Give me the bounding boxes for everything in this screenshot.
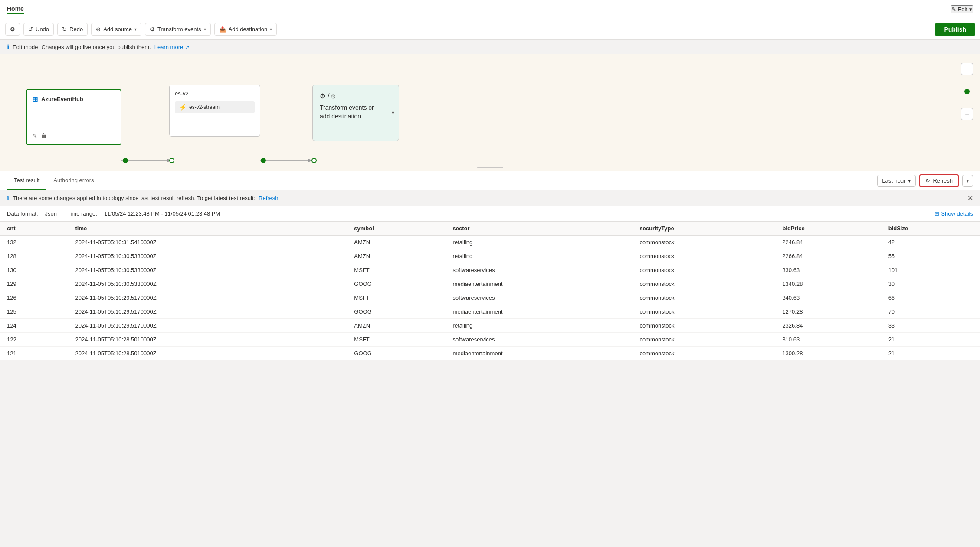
table-cell-bidPrice: 1300.28: [775, 347, 881, 360]
connector-lines: [0, 54, 980, 171]
last-hour-label: Last hour: [882, 177, 905, 184]
table-cell-bidPrice: 1340.28: [775, 277, 881, 291]
add-source-button[interactable]: ⊕ Add source ▾: [91, 23, 141, 36]
connector-dot-es-in: [169, 158, 174, 163]
table-cell-symbol: GOOG: [347, 277, 446, 291]
table-cell-symbol: AMZN: [347, 249, 446, 263]
time-range-value: 11/05/24 12:23:48 PM - 11/05/24 01:23:48…: [104, 210, 220, 217]
connector-dot-azure-out: [123, 158, 128, 163]
table-cell-cnt: 126: [0, 291, 68, 305]
last-hour-chevron-icon: ▾: [908, 177, 911, 184]
transform-node-chevron-icon: ▾: [392, 110, 394, 116]
table-cell-sector: mediaentertainment: [446, 277, 633, 291]
table-cell-symbol: GOOG: [347, 347, 446, 360]
table-cell-time: 2024-11-05T05:10:28.5010000Z: [68, 347, 347, 360]
edit-mode-banner: ℹ Edit mode Changes will go live once yo…: [0, 40, 980, 54]
edit-button[interactable]: ✎ Edit ▾: [951, 5, 973, 13]
table-cell-bidSize: 30: [882, 277, 980, 291]
table-cell-symbol: GOOG: [347, 305, 446, 319]
table-cell-sector: mediaentertainment: [446, 347, 633, 360]
learn-more-label: Learn more: [154, 44, 183, 50]
transform-events-button[interactable]: ⚙ Transform events ▾: [145, 23, 211, 36]
learn-more-link[interactable]: Learn more ↗: [154, 44, 190, 50]
add-destination-button[interactable]: 📤 Add destination ▾: [214, 23, 277, 36]
settings-icon: ⚙: [10, 26, 15, 33]
settings-button[interactable]: ⚙: [5, 23, 20, 36]
info-bar-message: There are some changes applied in topolo…: [13, 195, 255, 201]
transform-destination-node[interactable]: ⚙ / ⎋ Transform events oradd destination…: [312, 85, 399, 141]
table-cell-securityType: commonstock: [633, 263, 775, 277]
table-cell-securityType: commonstock: [633, 291, 775, 305]
connector-dot-es-out: [261, 158, 266, 163]
table-cell-symbol: MSFT: [347, 263, 446, 277]
app-title: Home: [7, 5, 24, 14]
table-header: cnt time symbol sector securityType bidP…: [0, 222, 980, 236]
table-cell-time: 2024-11-05T05:10:29.5170000Z: [68, 305, 347, 319]
table-cell-sector: mediaentertainment: [446, 305, 633, 319]
data-format-value: Json: [45, 210, 57, 217]
expand-button[interactable]: ▾: [962, 175, 973, 187]
add-source-icon: ⊕: [96, 26, 101, 33]
edit-label: Edit: [958, 6, 967, 13]
table-cell-bidSize: 55: [882, 249, 980, 263]
time-range-label: Time range:: [67, 210, 97, 217]
zoom-out-button[interactable]: −: [961, 108, 973, 120]
table-cell-bidSize: 21: [882, 347, 980, 360]
top-bar: Home ✎ Edit ▾: [0, 0, 980, 19]
table-row: 1222024-11-05T05:10:28.5010000ZMSFTsoftw…: [0, 333, 980, 347]
info-icon: ℹ: [7, 43, 9, 50]
export-icon: ⎋: [331, 92, 335, 100]
table-cell-securityType: commonstock: [633, 249, 775, 263]
data-meta-row: Data format: Json Time range: 11/05/24 1…: [0, 206, 980, 222]
edit-node-icon[interactable]: ✎: [32, 132, 37, 139]
col-header-bidprice: bidPrice: [775, 222, 881, 236]
redo-label: Redo: [69, 26, 83, 33]
table-cell-bidSize: 101: [882, 263, 980, 277]
table-row: 1242024-11-05T05:10:29.5170000ZAMZNretai…: [0, 319, 980, 333]
table-cell-securityType: commonstock: [633, 236, 775, 249]
table-cell-securityType: commonstock: [633, 333, 775, 347]
col-header-cnt: cnt: [0, 222, 68, 236]
table-cell-sector: retailing: [446, 236, 633, 249]
edit-pencil-icon: ✎: [951, 6, 956, 13]
undo-button[interactable]: ↺ Undo: [23, 23, 54, 36]
table-cell-bidSize: 33: [882, 319, 980, 333]
zoom-in-button[interactable]: +: [961, 63, 973, 75]
canvas: ⊞ AzureEventHub ✎ 🗑 es-v2 ⚡ es-v2-stream…: [0, 54, 980, 171]
stream-label: es-v2-stream: [189, 104, 220, 110]
table-cell-bidPrice: 330.63: [775, 263, 881, 277]
add-destination-chevron-icon: ▾: [270, 27, 272, 32]
transform-node-text: Transform events oradd destination: [320, 104, 392, 121]
last-hour-dropdown[interactable]: Last hour ▾: [877, 175, 916, 187]
table-cell-bidSize: 42: [882, 236, 980, 249]
table-cell-cnt: 122: [0, 333, 68, 347]
zoom-slider-track: [967, 79, 967, 105]
refresh-button[interactable]: ↻ Refresh: [919, 174, 959, 187]
undo-icon: ↺: [28, 26, 33, 33]
table-row: 1282024-11-05T05:10:30.5330000ZAMZNretai…: [0, 249, 980, 263]
show-details-button[interactable]: ⊞ Show details: [934, 210, 973, 217]
table-cell-securityType: commonstock: [633, 277, 775, 291]
tab-authoring-errors[interactable]: Authoring errors: [46, 172, 101, 190]
data-format-label: Data format:: [7, 210, 38, 217]
transform-label: Transform events: [157, 26, 201, 33]
table-cell-cnt: 121: [0, 347, 68, 360]
delete-node-icon[interactable]: 🗑: [41, 132, 47, 139]
tab-test-result[interactable]: Test result: [7, 172, 46, 190]
show-details-label: Show details: [941, 210, 973, 217]
table-cell-bidSize: 21: [882, 333, 980, 347]
table-cell-time: 2024-11-05T05:10:29.5170000Z: [68, 291, 347, 305]
es-stream-item[interactable]: ⚡ es-v2-stream: [175, 101, 255, 113]
redo-button[interactable]: ↻ Redo: [57, 23, 88, 36]
edit-mode-label: Edit mode: [13, 44, 38, 50]
col-header-time: time: [68, 222, 347, 236]
table-cell-time: 2024-11-05T05:10:31.5410000Z: [68, 236, 347, 249]
table-cell-sector: softwareservices: [446, 263, 633, 277]
stream-icon: ⚡: [179, 104, 187, 111]
info-bar-refresh-link[interactable]: Refresh: [259, 195, 279, 201]
publish-button[interactable]: Publish: [935, 23, 975, 36]
table-cell-bidPrice: 2326.84: [775, 319, 881, 333]
table-cell-securityType: commonstock: [633, 347, 775, 360]
info-bar-close-button[interactable]: ✕: [967, 194, 973, 202]
table-row: 1262024-11-05T05:10:29.5170000ZMSFTsoftw…: [0, 291, 980, 305]
